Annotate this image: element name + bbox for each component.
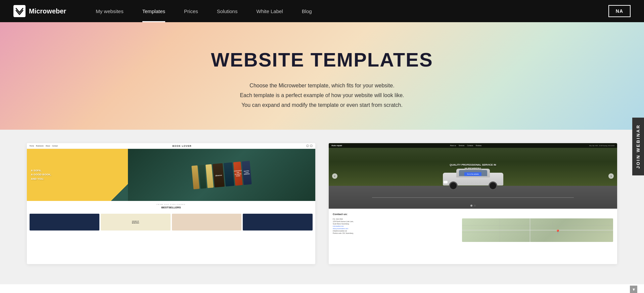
book-nav-icon-1: ⊞ bbox=[306, 144, 309, 147]
auto-slider-next[interactable]: › bbox=[608, 173, 614, 179]
book-nav-contact: Contact bbox=[52, 145, 58, 147]
book-nav-home: Home bbox=[30, 145, 34, 147]
book-nav-brand: BOOK LOVER bbox=[173, 145, 192, 147]
nav-my-websites[interactable]: My websites bbox=[86, 0, 133, 22]
navbar-brand[interactable]: Microweber bbox=[13, 5, 66, 17]
book-product-2: HOUSE OFMEMORIES bbox=[101, 214, 171, 231]
auto-contact-po: P.O. SAX 4532 bbox=[333, 218, 459, 220]
auto-contact-section: Contact us: P.O. SAX 4532 1234 North Ave… bbox=[329, 209, 617, 264]
nav-templates[interactable]: Templates bbox=[133, 0, 175, 22]
auto-dot-1 bbox=[470, 205, 472, 207]
auto-contact-web1: microweber.com bbox=[333, 225, 459, 227]
hero-title: WEBSITE TEMPLATES bbox=[211, 48, 433, 71]
book-template-nav: Home Bookstore About Contact BOOK LOVER … bbox=[27, 143, 315, 149]
book-item-2 bbox=[198, 165, 206, 189]
auto-hero-bg bbox=[329, 143, 617, 209]
auto-contact-info: P.O. SAX 4532 1234 North Avenue Luke Lan… bbox=[333, 218, 459, 242]
auto-contact-address1: 1234 North Avenue Luke Lane, bbox=[333, 221, 459, 222]
book-product-3 bbox=[172, 214, 242, 231]
auto-slider-prev[interactable]: ‹ bbox=[332, 173, 337, 179]
auto-contact-content: P.O. SAX 4532 1234 North Avenue Luke Lan… bbox=[333, 218, 613, 242]
svg-rect-0 bbox=[13, 5, 26, 17]
nav-blog[interactable]: Blog bbox=[292, 0, 321, 22]
book-product-4 bbox=[243, 214, 313, 231]
hero-desc-line2: Each template is a perfect example of ho… bbox=[240, 91, 404, 100]
auto-map-svg bbox=[462, 218, 613, 242]
book-hero-line1: A SOFA, bbox=[31, 168, 51, 173]
auto-map: 📍 bbox=[462, 218, 613, 242]
navbar-right: NA bbox=[608, 5, 631, 17]
book-stack: Observe COCKTAILS THE ULTIMATE GUIDE WAI… bbox=[191, 161, 251, 189]
auto-cta-btn[interactable]: Go to the website bbox=[464, 172, 481, 176]
auto-wheel-right bbox=[489, 181, 497, 190]
book-nav-icons: ⊞ ☰ bbox=[306, 144, 313, 147]
webinar-sidebar[interactable]: JOIN WEBINAR bbox=[632, 118, 644, 175]
book-nav-about: About bbox=[46, 145, 50, 147]
auto-contact-address2: South Bend, Nuremberg bbox=[333, 223, 459, 225]
hero-section: WEBSITE TEMPLATES Choose the Microweber … bbox=[0, 22, 644, 130]
book-bestsellers-section: FROM OUR Publishers BESTSELLERS bbox=[27, 201, 315, 212]
auto-hero-btn-wrapper: Go to the website bbox=[450, 172, 496, 176]
account-button[interactable]: NA bbox=[608, 5, 631, 17]
auto-wheel-left bbox=[449, 181, 458, 190]
navbar: Microweber My websites Templates Prices … bbox=[0, 0, 644, 22]
microweber-logo-icon bbox=[13, 5, 26, 17]
template-preview-book-lover: Home Bookstore About Contact BOOK LOVER … bbox=[27, 143, 315, 264]
auto-slider-dots bbox=[470, 205, 476, 207]
auto-contact-email: info@microweber.net bbox=[333, 230, 459, 232]
auto-navbar: Auto repair About us Services Contacts R… bbox=[329, 143, 617, 148]
auto-road-line bbox=[372, 197, 574, 198]
auto-contact-title: Contact us: bbox=[333, 213, 613, 216]
auto-nav-time: Mon-Sat: 9:00 - 21:00 Sunday: 9:00-18:00 bbox=[589, 145, 614, 146]
template-card-book-lover[interactable]: Home Bookstore About Contact BOOK LOVER … bbox=[27, 143, 315, 264]
nav-prices[interactable]: Prices bbox=[175, 0, 208, 22]
auto-map-pin: 📍 bbox=[555, 230, 560, 234]
nav-white-label[interactable]: White Label bbox=[247, 0, 292, 22]
book-product-1 bbox=[30, 214, 99, 231]
navbar-links: My websites Templates Prices Solutions W… bbox=[86, 0, 608, 22]
book-item-waited: WAITED. LONG ENOUGH bbox=[242, 161, 252, 185]
auto-nav-services: Services bbox=[459, 145, 464, 146]
book-products: HOUSE OFMEMORIES bbox=[27, 212, 315, 233]
brand-name: Microweber bbox=[29, 7, 66, 15]
auto-headlight-left bbox=[444, 181, 448, 183]
auto-nav-links: About us Services Contacts Reviews bbox=[450, 145, 481, 146]
auto-hero-section: QUALITY PROFESSIONAL SERVICE IN NUREMBER… bbox=[329, 143, 617, 209]
hero-description: Choose the Microweber template, which fi… bbox=[240, 81, 404, 110]
auto-hero-title: QUALITY PROFESSIONAL SERVICE IN NUREMBER… bbox=[450, 163, 496, 171]
auto-contact-postcode: Plonkut code: 234, Nuremberg bbox=[333, 233, 459, 234]
auto-contact-web2: www.youranswers.com bbox=[333, 228, 459, 229]
book-nav-links: Home Bookstore About Contact bbox=[30, 145, 58, 147]
book-item-cocktails: COCKTAILS THE ULTIMATE GUIDE bbox=[233, 161, 243, 185]
auto-nav-contacts: Contacts bbox=[467, 145, 473, 146]
auto-nav-about: About us bbox=[450, 145, 456, 146]
auto-nav-reviews: Reviews bbox=[476, 145, 481, 146]
hero-desc-line1: Choose the Microweber template, which fi… bbox=[240, 81, 404, 91]
book-hero-books: Observe COCKTAILS THE ULTIMATE GUIDE WAI… bbox=[128, 149, 315, 201]
book-nav-bookstore: Bookstore bbox=[36, 145, 44, 147]
book-item-3 bbox=[205, 164, 214, 188]
template-preview-auto-repair: QUALITY PROFESSIONAL SERVICE IN NUREMBER… bbox=[329, 143, 617, 264]
book-publisher-label: FROM OUR Publishers bbox=[30, 204, 313, 205]
book-bestsellers-title: BESTSELLERS bbox=[30, 206, 313, 209]
template-card-auto-repair[interactable]: QUALITY PROFESSIONAL SERVICE IN NUREMBER… bbox=[329, 143, 617, 264]
hero-desc-line3: You can expand and modify the template o… bbox=[240, 100, 404, 110]
book-item-5 bbox=[224, 162, 234, 186]
book-hero-line2: A GOOD BOOK, bbox=[31, 173, 51, 177]
book-hero-text: A SOFA, A GOOD BOOK, AND YOU. bbox=[31, 168, 51, 181]
auto-nav-brand: Auto repair bbox=[331, 144, 342, 146]
templates-section: Home Bookstore About Contact BOOK LOVER … bbox=[0, 130, 644, 284]
book-item-4: Observe bbox=[213, 163, 225, 187]
book-nav-icon-2: ☰ bbox=[310, 144, 313, 147]
nav-solutions[interactable]: Solutions bbox=[208, 0, 247, 22]
book-hero-image: A SOFA, A GOOD BOOK, AND YOU. Observe bbox=[27, 149, 315, 201]
auto-dot-2 bbox=[474, 205, 476, 207]
book-hero-line3: AND YOU. bbox=[31, 177, 51, 181]
book-item-1 bbox=[191, 165, 199, 189]
auto-overlay-text: QUALITY PROFESSIONAL SERVICE IN NUREMBER… bbox=[450, 163, 496, 176]
